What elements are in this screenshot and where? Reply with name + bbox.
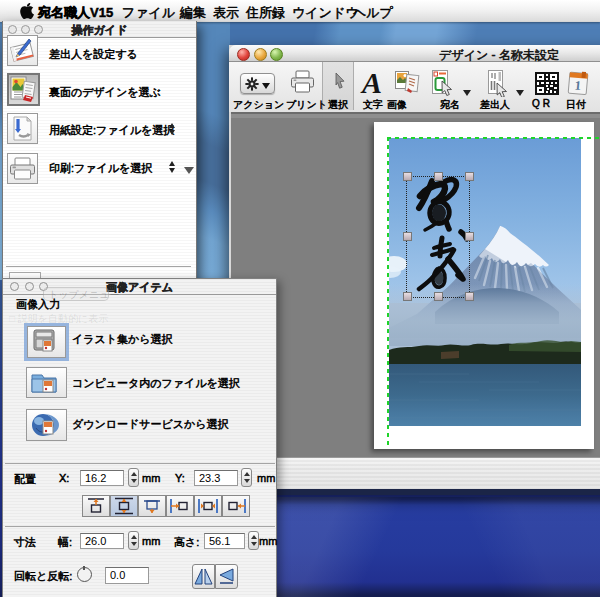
svg-text:1: 1 <box>574 78 582 94</box>
